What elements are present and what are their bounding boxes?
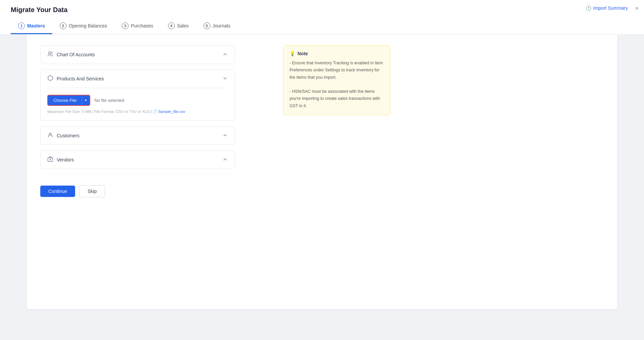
vendors-icon [47,156,53,163]
vendors-header[interactable]: Vendors [41,151,234,169]
tab-purchases[interactable]: 3 Purchases [114,19,160,34]
file-info-row: Maximum File Size: 5 MB | File Format: C… [47,109,228,114]
tab-list: 1 Masters 2 Opening Balances 3 Purchases… [11,19,633,34]
continue-button[interactable]: Continue [40,186,75,197]
no-file-selected-text: No file selected [94,98,124,103]
footer-actions: Continue Skip [27,185,617,208]
inner-wrapper: Chart Of Accounts Prod [27,35,617,309]
note-line-2: - HSN/SAC must be associated with the it… [289,89,380,108]
content-area: Chart Of Accounts Prod [0,35,644,340]
tab-journals[interactable]: 5 Journals [196,19,238,34]
products-services-label: Products And Services [57,76,104,81]
products-services-header-left: Products And Services [47,75,104,82]
chart-of-accounts-header-left: Chart Of Accounts [47,51,95,58]
products-services-section: Products And Services Choose File [40,69,235,121]
left-panel: Chart Of Accounts Prod [40,45,235,175]
file-upload-row: Choose File ▾ No file selected [47,95,228,106]
chart-of-accounts-icon [47,51,53,58]
tab-number-5: 5 [204,22,210,29]
page-header: Migrate Your Data 1 Masters 2 Opening Ba… [0,0,644,35]
sample-file-link[interactable]: 📄Sample_file.csv [153,110,185,114]
skip-button[interactable]: Skip [79,185,105,197]
chart-of-accounts-label: Chart Of Accounts [57,52,95,57]
customers-chevron [222,133,228,139]
customers-label: Customers [57,133,79,138]
tab-masters[interactable]: 1 Masters [11,19,52,34]
products-services-chevron [222,76,228,82]
tab-sales[interactable]: 4 Sales [161,19,196,34]
chart-of-accounts-section: Chart Of Accounts [40,45,235,64]
tab-number-3: 3 [122,22,128,29]
file-icon: 📄 [153,110,157,114]
choose-file-button[interactable]: Choose File [48,95,82,105]
right-panel: 💡 Note - Ensure that Inventory Tracking … [283,45,390,175]
page-title: Migrate Your Data [11,6,633,14]
history-icon: 🕐 [586,5,591,11]
customers-header-left: Customers [47,132,79,139]
choose-file-dropdown-button[interactable]: ▾ [82,95,90,105]
customers-header[interactable]: Customers [41,127,234,145]
customers-icon [47,132,53,139]
customers-section: Customers [40,126,235,145]
vendors-header-left: Vendors [47,156,74,163]
chart-of-accounts-header[interactable]: Chart Of Accounts [41,46,234,64]
main-content: Chart Of Accounts Prod [27,35,496,185]
note-icon: 💡 [289,51,295,56]
chart-of-accounts-chevron [222,52,228,58]
import-summary-label: Import Summary [593,5,628,11]
choose-file-wrapper: Choose File ▾ [47,95,90,106]
products-services-header[interactable]: Products And Services [41,70,234,88]
vendors-label: Vendors [57,157,74,162]
dropdown-arrow-icon: ▾ [85,98,87,102]
svg-point-0 [49,52,51,54]
tab-number-1: 1 [18,22,25,29]
tab-label-masters: Masters [27,23,45,28]
products-services-body: Choose File ▾ No file selected Maximum F… [41,88,234,121]
products-services-icon [47,75,53,82]
note-title: Note [298,51,308,56]
tab-number-4: 4 [168,22,175,29]
tab-opening-balances[interactable]: 2 Opening Balances [52,19,114,34]
tab-label-opening-balances: Opening Balances [69,23,107,28]
vendors-chevron [222,157,228,163]
vendors-section: Vendors [40,150,235,169]
file-info-text: Maximum File Size: 5 MB | File Format: C… [47,110,152,114]
note-body: - Ensure that Inventory Tracking is enab… [289,60,384,110]
close-button[interactable]: × [635,5,639,11]
tab-number-2: 2 [60,22,66,29]
tab-label-sales: Sales [177,23,189,28]
import-summary-button[interactable]: 🕐 Import Summary [586,5,628,11]
note-header: 💡 Note [289,51,384,56]
tab-label-journals: Journals [213,23,230,28]
note-card: 💡 Note - Ensure that Inventory Tracking … [283,45,390,115]
tab-label-purchases: Purchases [131,23,153,28]
note-line-1: - Ensure that Inventory Tracking is enab… [289,61,383,80]
